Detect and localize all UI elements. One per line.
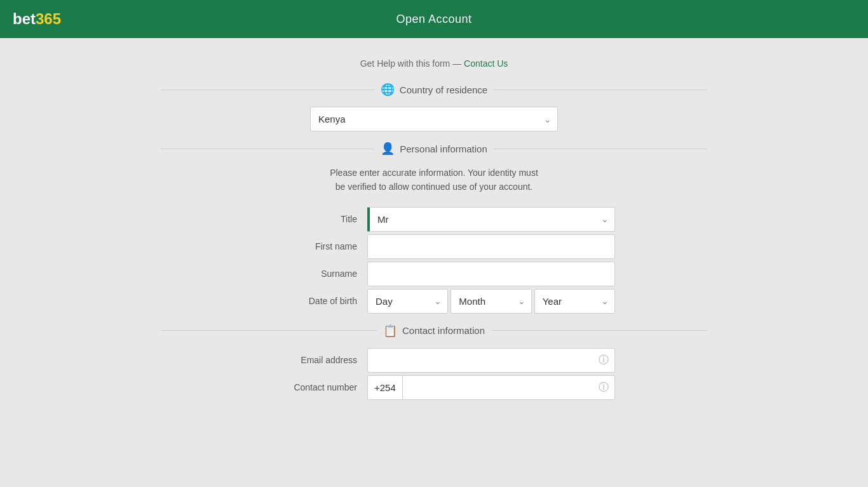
contact-section-label: 📋 Contact information — [383, 324, 485, 338]
contact-section-divider: 📋 Contact information — [161, 324, 707, 338]
main-content: Get Help with this form — Contact Us 🌐 C… — [148, 38, 720, 415]
surname-row: Surname — [161, 262, 707, 286]
surname-control — [367, 262, 615, 286]
dob-month-select[interactable]: Month — [451, 289, 531, 314]
logo-365: 365 — [36, 10, 61, 28]
country-section-label: 🌐 Country of residence — [381, 83, 487, 97]
title-label: Title — [253, 214, 367, 224]
contact-input-group: +254 ⓘ — [367, 375, 615, 400]
title-control: Mr Mrs Miss Ms Dr ⌄ — [367, 207, 615, 232]
dob-selects: Day ⌄ Month ⌄ Year ⌄ — [367, 289, 615, 314]
country-row: Kenya ⌄ — [161, 107, 707, 131]
dob-label: Date of birth — [253, 296, 367, 306]
personal-section-title: Personal information — [400, 143, 487, 154]
first-name-row: First name — [161, 234, 707, 259]
dob-year-wrapper[interactable]: Year ⌄ — [534, 289, 615, 314]
country-select-wrapper[interactable]: Kenya ⌄ — [310, 107, 558, 131]
help-bar: Get Help with this form — Contact Us — [161, 51, 707, 76]
email-input[interactable] — [367, 348, 615, 373]
surname-label: Surname — [253, 269, 367, 279]
dob-row: Date of birth Day ⌄ Month ⌄ Year ⌄ — [161, 289, 707, 314]
first-name-label: First name — [253, 241, 367, 251]
title-select[interactable]: Mr Mrs Miss Ms Dr — [367, 207, 615, 232]
page-title: Open Account — [396, 13, 471, 26]
email-row: Email address ⓘ — [161, 348, 707, 373]
title-select-wrapper[interactable]: Mr Mrs Miss Ms Dr ⌄ — [367, 207, 615, 232]
contact-us-link[interactable]: Contact Us — [464, 58, 508, 69]
contact-card-icon: 📋 — [383, 324, 397, 338]
personal-description: Please enter accurate information. Your … — [307, 166, 561, 194]
personal-section-label: 👤 Personal information — [381, 142, 487, 156]
person-icon: 👤 — [381, 142, 395, 156]
header: bet365 Open Account — [0, 0, 868, 38]
country-select[interactable]: Kenya — [310, 107, 558, 131]
email-control: ⓘ — [367, 348, 615, 373]
country-code-display: +254 — [367, 375, 402, 400]
contact-number-label: Contact number — [253, 382, 367, 392]
country-select-wrapper-outer: Kenya ⌄ — [310, 107, 558, 131]
logo: bet365 — [13, 10, 61, 28]
surname-input[interactable] — [367, 262, 615, 286]
first-name-input[interactable] — [367, 234, 615, 259]
title-row: Title Mr Mrs Miss Ms Dr ⌄ — [161, 207, 707, 232]
contact-number-input[interactable] — [402, 375, 615, 400]
contact-number-row: Contact number +254 ⓘ — [161, 375, 707, 400]
contact-input-wrapper: ⓘ — [402, 375, 615, 400]
logo-bet: bet — [13, 10, 36, 28]
personal-section-divider: 👤 Personal information — [161, 142, 707, 156]
globe-icon: 🌐 — [381, 83, 395, 97]
dob-year-select[interactable]: Year — [534, 289, 615, 314]
contact-section-title: Contact information — [402, 325, 485, 336]
first-name-control — [367, 234, 615, 259]
email-label: Email address — [253, 355, 367, 365]
country-section-divider: 🌐 Country of residence — [161, 83, 707, 97]
dob-month-wrapper[interactable]: Month ⌄ — [451, 289, 531, 314]
dob-day-wrapper[interactable]: Day ⌄ — [367, 289, 448, 314]
country-section-title: Country of residence — [400, 84, 487, 95]
email-input-wrapper: ⓘ — [367, 348, 615, 373]
help-text: Get Help with this form — — [360, 58, 462, 69]
dob-day-select[interactable]: Day — [367, 289, 448, 314]
